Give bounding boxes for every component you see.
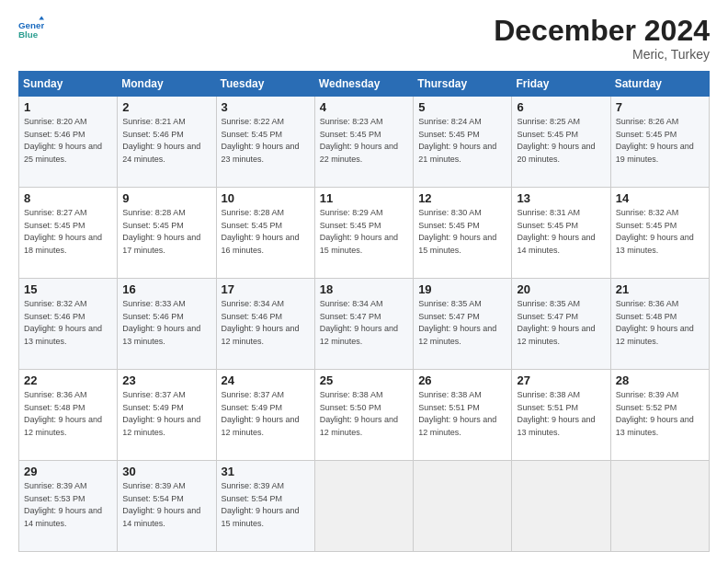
- title-block: December 2024 Meric, Turkey: [494, 15, 710, 62]
- calendar-week-2: 8Sunrise: 8:27 AMSunset: 5:45 PMDaylight…: [19, 188, 710, 279]
- calendar-table: Sunday Monday Tuesday Wednesday Thursday…: [18, 71, 710, 552]
- col-saturday: Saturday: [610, 72, 709, 97]
- table-row: 14Sunrise: 8:32 AMSunset: 5:45 PMDayligh…: [610, 188, 709, 279]
- logo-icon: General Blue: [18, 15, 44, 40]
- table-row: 13Sunrise: 8:31 AMSunset: 5:45 PMDayligh…: [512, 188, 610, 279]
- calendar-week-1: 1Sunrise: 8:20 AMSunset: 5:46 PMDaylight…: [19, 97, 710, 188]
- table-row: 5Sunrise: 8:24 AMSunset: 5:45 PMDaylight…: [414, 97, 512, 188]
- table-row: 7Sunrise: 8:26 AMSunset: 5:45 PMDaylight…: [610, 97, 709, 188]
- table-row: 19Sunrise: 8:35 AMSunset: 5:47 PMDayligh…: [414, 279, 512, 370]
- table-row: 9Sunrise: 8:28 AMSunset: 5:45 PMDaylight…: [118, 188, 216, 279]
- table-row: 8Sunrise: 8:27 AMSunset: 5:45 PMDaylight…: [19, 188, 118, 279]
- col-tuesday: Tuesday: [216, 72, 314, 97]
- table-row: 20Sunrise: 8:35 AMSunset: 5:47 PMDayligh…: [512, 279, 610, 370]
- logo: General Blue: [18, 15, 44, 40]
- table-row: 22Sunrise: 8:36 AMSunset: 5:48 PMDayligh…: [19, 370, 118, 461]
- table-row: 21Sunrise: 8:36 AMSunset: 5:48 PMDayligh…: [610, 279, 709, 370]
- page: General Blue December 2024 Meric, Turkey…: [0, 0, 728, 563]
- table-row: [314, 461, 413, 552]
- calendar-week-3: 15Sunrise: 8:32 AMSunset: 5:46 PMDayligh…: [19, 279, 710, 370]
- table-row: 2Sunrise: 8:21 AMSunset: 5:46 PMDaylight…: [118, 97, 216, 188]
- table-row: 26Sunrise: 8:38 AMSunset: 5:51 PMDayligh…: [414, 370, 512, 461]
- table-row: 23Sunrise: 8:37 AMSunset: 5:49 PMDayligh…: [118, 370, 216, 461]
- table-row: 10Sunrise: 8:28 AMSunset: 5:45 PMDayligh…: [216, 188, 314, 279]
- svg-text:Blue: Blue: [18, 29, 39, 40]
- calendar-header-row: Sunday Monday Tuesday Wednesday Thursday…: [19, 72, 710, 97]
- calendar-week-4: 22Sunrise: 8:36 AMSunset: 5:48 PMDayligh…: [19, 370, 710, 461]
- col-sunday: Sunday: [19, 72, 118, 97]
- table-row: 4Sunrise: 8:23 AMSunset: 5:45 PMDaylight…: [314, 97, 413, 188]
- col-monday: Monday: [118, 72, 216, 97]
- table-row: 1Sunrise: 8:20 AMSunset: 5:46 PMDaylight…: [19, 97, 118, 188]
- table-row: [414, 461, 512, 552]
- col-friday: Friday: [512, 72, 610, 97]
- month-title: December 2024: [494, 15, 710, 47]
- table-row: 27Sunrise: 8:38 AMSunset: 5:51 PMDayligh…: [512, 370, 610, 461]
- table-row: 11Sunrise: 8:29 AMSunset: 5:45 PMDayligh…: [314, 188, 413, 279]
- table-row: 30Sunrise: 8:39 AMSunset: 5:54 PMDayligh…: [118, 461, 216, 552]
- table-row: 29Sunrise: 8:39 AMSunset: 5:53 PMDayligh…: [19, 461, 118, 552]
- table-row: 25Sunrise: 8:38 AMSunset: 5:50 PMDayligh…: [314, 370, 413, 461]
- table-row: 31Sunrise: 8:39 AMSunset: 5:54 PMDayligh…: [216, 461, 314, 552]
- table-row: 18Sunrise: 8:34 AMSunset: 5:47 PMDayligh…: [314, 279, 413, 370]
- table-row: 16Sunrise: 8:33 AMSunset: 5:46 PMDayligh…: [118, 279, 216, 370]
- svg-marker-2: [39, 16, 44, 19]
- header: General Blue December 2024 Meric, Turkey: [18, 15, 710, 62]
- calendar-week-5: 29Sunrise: 8:39 AMSunset: 5:53 PMDayligh…: [19, 461, 710, 552]
- table-row: 3Sunrise: 8:22 AMSunset: 5:45 PMDaylight…: [216, 97, 314, 188]
- col-wednesday: Wednesday: [314, 72, 413, 97]
- table-row: [610, 461, 709, 552]
- col-thursday: Thursday: [414, 72, 512, 97]
- table-row: 6Sunrise: 8:25 AMSunset: 5:45 PMDaylight…: [512, 97, 610, 188]
- table-row: 17Sunrise: 8:34 AMSunset: 5:46 PMDayligh…: [216, 279, 314, 370]
- table-row: 15Sunrise: 8:32 AMSunset: 5:46 PMDayligh…: [19, 279, 118, 370]
- table-row: 12Sunrise: 8:30 AMSunset: 5:45 PMDayligh…: [414, 188, 512, 279]
- table-row: [512, 461, 610, 552]
- table-row: 28Sunrise: 8:39 AMSunset: 5:52 PMDayligh…: [610, 370, 709, 461]
- table-row: 24Sunrise: 8:37 AMSunset: 5:49 PMDayligh…: [216, 370, 314, 461]
- location: Meric, Turkey: [494, 47, 710, 62]
